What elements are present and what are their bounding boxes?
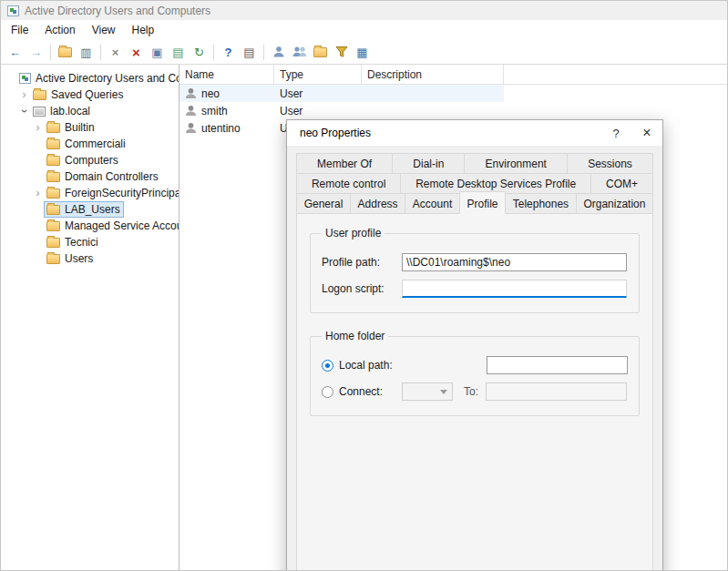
tree-item-active-directory-users-and-computers[interactable]: Active Directory Users and Computers — [1, 70, 179, 87]
chevron-collapsed-icon[interactable]: › — [32, 121, 44, 134]
toolbar-back-button[interactable]: ← — [5, 42, 26, 63]
toolbar-new-group-button[interactable] — [289, 42, 310, 63]
menu-bar: FileActionViewHelp — [1, 20, 727, 40]
tree-item-label: Domain Controllers — [65, 170, 159, 183]
tree-item-content: Active Directory Users and Computers — [16, 70, 179, 87]
drive-letter-select[interactable] — [402, 382, 453, 401]
column-header-description[interactable]: Description — [362, 65, 504, 84]
toolbar-show-tree-button[interactable]: ▥ — [76, 42, 97, 63]
toolbar-help-button[interactable]: ? — [218, 42, 239, 63]
toolbar-advanced-button[interactable]: ▦ — [352, 42, 373, 63]
toolbar-new-user-button[interactable] — [268, 42, 289, 63]
tree-item-builtin[interactable]: ›Builtin — [1, 119, 179, 136]
help-icon: ? — [225, 46, 232, 58]
chevron-expanded-icon[interactable]: › — [18, 106, 31, 117]
column-header-type[interactable]: Type — [274, 65, 362, 84]
dialog-close-button[interactable]: × — [631, 120, 662, 146]
local-path-input[interactable] — [487, 356, 628, 374]
folder-icon — [46, 205, 60, 215]
tree-item-content: Tecnici — [44, 234, 102, 250]
tree-item-managed-service-accounts[interactable]: Managed Service Accounts — [1, 218, 179, 234]
chevron-collapsed-icon[interactable]: › — [32, 187, 44, 199]
user-icon — [185, 122, 197, 134]
cell-name: utentino — [179, 119, 274, 137]
tab-profile[interactable]: Profile — [459, 191, 506, 214]
menu-view[interactable]: View — [84, 21, 124, 39]
toolbar-export-list-button[interactable]: ▤ — [239, 42, 260, 63]
tree-item-label: Computers — [65, 154, 118, 167]
toolbar-separator — [213, 45, 214, 60]
tree-item-tecnici[interactable]: Tecnici — [1, 234, 179, 250]
toolbar-paste-button[interactable]: ▤ — [168, 42, 189, 63]
toolbar-delete-button[interactable]: × — [126, 42, 147, 63]
table-row-neo[interactable]: neoUser — [179, 85, 504, 102]
tree-item-label: Commerciali — [65, 138, 126, 150]
menu-file[interactable]: File — [3, 21, 36, 39]
folder-icon — [46, 238, 60, 248]
cell-description — [362, 102, 504, 119]
dialog-help-button[interactable]: ? — [600, 120, 631, 146]
menu-action[interactable]: Action — [36, 21, 83, 39]
local-path-label: Local path: — [339, 359, 487, 372]
tab-address[interactable]: Address — [350, 193, 405, 214]
toolbar-new-ou-button[interactable] — [310, 42, 331, 63]
list-header: NameTypeDescription — [179, 65, 727, 85]
cell-name: neo — [179, 85, 274, 102]
cut-icon: × — [112, 46, 119, 58]
table-row-smith[interactable]: smithUser — [179, 102, 504, 119]
tree-item-lab-local[interactable]: ›lab.local — [1, 103, 179, 119]
folder-icon — [46, 189, 60, 199]
connect-radio[interactable] — [322, 386, 333, 398]
folder-icon — [46, 123, 60, 133]
delete-icon: × — [132, 46, 140, 59]
profile-tab-panel: User profile Profile path: Logon script:… — [296, 213, 653, 571]
folder-icon — [46, 156, 60, 166]
copy-icon: ▣ — [151, 46, 162, 58]
folder-icon — [46, 221, 60, 231]
folder-icon — [46, 254, 60, 264]
cell-description — [362, 85, 504, 102]
folder-icon — [46, 139, 60, 149]
connect-row: Connect: To: — [322, 382, 628, 401]
tab-environment[interactable]: Environment — [464, 153, 568, 174]
toolbar-filter-button[interactable] — [331, 42, 352, 63]
tab-telephones[interactable]: Telephones — [505, 193, 577, 214]
tree-item-content: lab.local — [30, 103, 94, 119]
toolbar-separator — [50, 45, 51, 60]
tree-item-domain-controllers[interactable]: Domain Controllers — [1, 168, 179, 185]
toolbar-refresh-button[interactable]: ↻ — [189, 42, 210, 63]
tab-sessions[interactable]: Sessions — [567, 153, 653, 174]
tree-item-commerciali[interactable]: Commerciali — [1, 136, 179, 152]
chevron-collapsed-icon[interactable]: › — [18, 88, 30, 101]
toolbar-cut-button[interactable]: × — [105, 42, 126, 63]
tree-item-users[interactable]: Users — [1, 250, 179, 267]
local-path-radio[interactable] — [322, 360, 333, 372]
tab-com[interactable]: COM+ — [590, 173, 653, 194]
tree-item-saved-queries[interactable]: ›Saved Queries — [1, 87, 179, 103]
profile-path-input[interactable] — [402, 253, 627, 271]
toolbar-copy-button[interactable]: ▣ — [147, 42, 168, 63]
tab-remote-control[interactable]: Remote control — [296, 173, 401, 194]
window-title: Active Directory Users and Computers — [25, 5, 210, 17]
column-header-name[interactable]: Name — [179, 65, 274, 84]
tree-item-computers[interactable]: Computers — [1, 152, 179, 168]
logon-script-input[interactable] — [402, 280, 627, 298]
new-group-icon — [292, 46, 307, 58]
tab-organization[interactable]: Organization — [576, 193, 653, 214]
tab-account[interactable]: Account — [405, 193, 460, 214]
tree-item-label: Users — [65, 252, 93, 265]
tab-dial-in[interactable]: Dial-in — [392, 153, 465, 174]
toolbar-up-level-button[interactable] — [55, 42, 76, 63]
tab-general[interactable]: General — [296, 193, 351, 214]
tree-item-lab-users[interactable]: LAB_Users — [1, 201, 179, 218]
tab-member-of[interactable]: Member Of — [296, 153, 393, 174]
tree-item-foreignsecurityprincipals[interactable]: ›ForeignSecurityPrincipals — [1, 185, 179, 201]
user-name: neo — [201, 87, 220, 100]
to-label: To: — [464, 385, 478, 398]
toolbar-forward-button[interactable]: → — [26, 42, 46, 63]
menu-help[interactable]: Help — [124, 21, 163, 39]
connect-to-input[interactable] — [486, 382, 627, 401]
cell-type: User — [274, 102, 362, 119]
tree-item-content: Users — [44, 250, 97, 267]
home-folder-legend: Home folder — [322, 330, 388, 342]
